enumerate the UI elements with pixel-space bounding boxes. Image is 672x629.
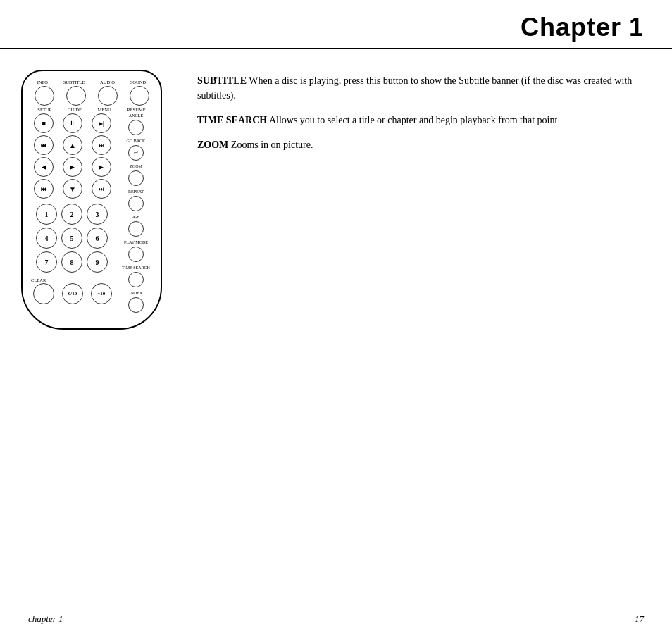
btn-play-mode[interactable] xyxy=(128,247,144,262)
label-guide: GUIDE xyxy=(68,107,82,112)
main-content: INFO SUBTITLE AUDIO SOUND SETUP GUIDE ME… xyxy=(0,49,672,330)
btn-7[interactable]: 7 xyxy=(36,251,57,273)
remote-body: INFO SUBTITLE AUDIO SOUND SETUP GUIDE ME… xyxy=(21,70,162,330)
btn-left[interactable]: ◀ xyxy=(34,157,54,177)
label-menu: MENU xyxy=(98,107,111,112)
label-index: INDEX xyxy=(130,291,143,295)
row2-labels: SETUP GUIDE MENU RESUME xyxy=(30,107,154,112)
right-arrow-icon: ▶ xyxy=(99,163,104,170)
time-search-term: TIME SEARCH xyxy=(197,115,267,125)
btn-stop[interactable]: ■ xyxy=(34,113,54,133)
label-subtitle: SUBTITLE xyxy=(63,80,85,85)
subtitle-term: SUBTITLE xyxy=(197,75,247,86)
page-footer: chapter 1 17 xyxy=(0,609,672,629)
btn-3[interactable]: 3 xyxy=(87,204,108,225)
btn-ff[interactable]: ⏭ xyxy=(92,179,111,199)
btn-ab[interactable] xyxy=(128,221,144,237)
btn-clear[interactable] xyxy=(33,283,54,304)
label-zoom: ZOOM xyxy=(130,164,142,168)
btn-next-track[interactable]: ⏭ xyxy=(92,135,111,155)
btn-5[interactable]: 5 xyxy=(61,228,82,249)
label-setup: SETUP xyxy=(37,107,51,112)
zoom-term: ZOOM xyxy=(197,139,228,150)
time-search-paragraph: TIME SEARCH Allows you to select a title… xyxy=(197,113,644,127)
btn-prev-track[interactable]: ⏮ xyxy=(34,135,54,155)
page-header: Chapter 1 xyxy=(0,0,672,49)
text-content: SUBTITLE When a disc is playing, press t… xyxy=(197,70,644,330)
top-labels-row: INFO SUBTITLE AUDIO SOUND xyxy=(30,80,154,85)
btn-index[interactable] xyxy=(128,297,144,313)
btn-up[interactable]: ▲ xyxy=(63,135,82,155)
btn-angle[interactable] xyxy=(128,120,144,135)
subtitle-text: When a disc is playing, press this butto… xyxy=(197,75,632,101)
pause-icon: ⏸ xyxy=(69,120,75,127)
transport-row4: ⏮ ▼ ⏭ xyxy=(30,179,116,199)
label-time-search: TIME SEARCH xyxy=(122,266,150,270)
prev-track-icon: ⏮ xyxy=(41,142,46,149)
up-arrow-icon: ▲ xyxy=(69,142,76,149)
btn-right[interactable]: ▶ xyxy=(92,157,111,177)
row1-buttons xyxy=(30,86,154,106)
remote-main-section: ■ ⏸ ▶| ⏮ ▲ ⏭ ◀ ▶ ▶ xyxy=(30,113,154,314)
right-side-buttons: ANGLE GO BACK ↩ ZOOM REPEAT A-B PLAY MOD… xyxy=(118,113,154,314)
btn-9[interactable]: 9 xyxy=(87,251,108,273)
bottom-section: CLEAR 0/10 +10 xyxy=(30,278,116,304)
btn-play[interactable]: ▶ xyxy=(63,157,82,177)
next-chapter-icon: ▶| xyxy=(99,120,104,127)
label-go-back: GO BACK xyxy=(127,139,146,143)
ff-icon: ⏭ xyxy=(99,186,104,192)
btn-time-search[interactable] xyxy=(128,272,144,287)
label-resume: RESUME xyxy=(127,107,145,112)
footer-left: chapter 1 xyxy=(28,614,63,625)
time-search-text: Allows you to select a title or chapter … xyxy=(267,115,557,125)
chapter-title: Chapter 1 xyxy=(521,13,644,42)
down-arrow-icon: ▼ xyxy=(69,185,76,193)
btn-plus-10[interactable]: +10 xyxy=(91,283,112,304)
stop-icon: ■ xyxy=(42,120,46,127)
label-info: INFO xyxy=(37,80,48,85)
transport-row3: ◀ ▶ ▶ xyxy=(30,157,116,177)
btn-0-10[interactable]: 0/10 xyxy=(62,283,83,304)
btn-next-chapter[interactable]: ▶| xyxy=(92,113,111,133)
label-clear: CLEAR xyxy=(30,278,46,282)
left-controls: ■ ⏸ ▶| ⏮ ▲ ⏭ ◀ ▶ ▶ xyxy=(30,113,116,314)
transport-row1: ■ ⏸ ▶| xyxy=(30,113,116,133)
btn-2[interactable]: 2 xyxy=(61,204,82,225)
subtitle-paragraph: SUBTITLE When a disc is playing, press t… xyxy=(197,73,644,103)
label-audio: AUDIO xyxy=(100,80,115,85)
label-play-mode: PLAY MODE xyxy=(124,240,148,244)
btn-sound[interactable] xyxy=(130,86,149,106)
btn-8[interactable]: 8 xyxy=(61,251,82,273)
zoom-paragraph: ZOOM Zooms in on picture. xyxy=(197,137,644,152)
left-arrow-icon: ◀ xyxy=(42,163,46,170)
btn-down[interactable]: ▼ xyxy=(63,179,82,199)
btn-6[interactable]: 6 xyxy=(87,228,108,249)
transport-row2: ⏮ ▲ ⏭ xyxy=(30,135,116,155)
footer-right: 17 xyxy=(635,614,644,625)
bottom-row: 0/10 +10 xyxy=(30,283,116,304)
btn-audio[interactable] xyxy=(98,86,118,106)
remote-illustration: INFO SUBTITLE AUDIO SOUND SETUP GUIDE ME… xyxy=(21,70,176,330)
btn-repeat[interactable] xyxy=(128,196,144,211)
rew-icon: ⏮ xyxy=(41,186,46,192)
numpad: 1 2 3 4 5 6 7 8 9 xyxy=(36,204,109,273)
btn-go-back[interactable]: ↩ xyxy=(128,145,144,161)
btn-zoom[interactable] xyxy=(128,170,144,186)
play-icon: ▶ xyxy=(70,163,75,170)
zoom-text: Zooms in on picture. xyxy=(228,139,313,150)
btn-info[interactable] xyxy=(35,86,54,106)
btn-pause[interactable]: ⏸ xyxy=(63,113,82,133)
label-sound: SOUND xyxy=(130,80,146,85)
label-ab: A-B xyxy=(132,215,139,219)
btn-subtitle[interactable] xyxy=(66,86,86,106)
next-track-icon: ⏭ xyxy=(99,142,104,149)
btn-4[interactable]: 4 xyxy=(36,228,57,249)
label-angle: ANGLE xyxy=(129,113,143,118)
btn-1[interactable]: 1 xyxy=(36,204,57,225)
btn-rew[interactable]: ⏮ xyxy=(34,179,54,199)
label-repeat: REPEAT xyxy=(128,189,144,194)
